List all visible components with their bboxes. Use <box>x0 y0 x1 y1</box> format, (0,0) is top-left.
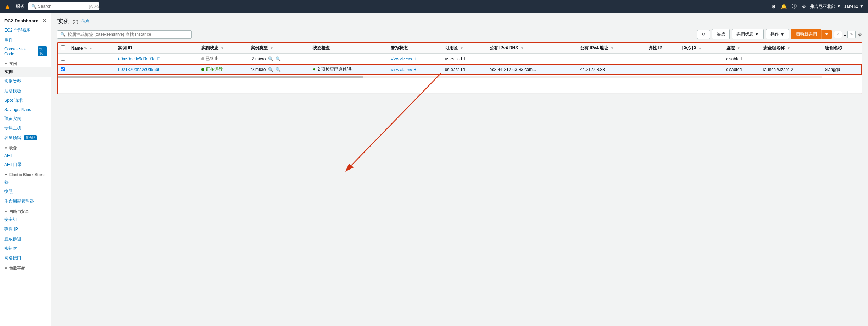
page-count: (2) <box>73 19 78 24</box>
row2-magnify-icon[interactable]: 🔍 <box>268 67 273 72</box>
row1-checkbox[interactable] <box>61 56 65 61</box>
sidebar-item-ami-catalog[interactable]: AMI 目录 <box>0 160 51 170</box>
sidebar-item-network-interfaces[interactable]: 网络接口 <box>0 253 51 263</box>
refresh-button[interactable]: ↻ <box>697 30 710 39</box>
table-settings-icon[interactable]: ⚙ <box>858 32 862 37</box>
th-monitoring-sort-icon[interactable]: ▼ <box>737 46 740 50</box>
row2-instance-id[interactable]: i-021370bba2c0d56b6 <box>115 64 199 75</box>
instance-state-dropdown-icon: ▼ <box>755 32 759 37</box>
th-instance-id[interactable]: 实例 ID <box>115 43 199 54</box>
row2-alarm-plus-icon[interactable]: + <box>414 67 416 72</box>
instance-state-button[interactable]: 实例状态 ▼ <box>732 29 764 39</box>
settings-icon[interactable]: ⚙ <box>802 4 806 9</box>
sidebar-item-events[interactable]: 事件 <box>0 35 51 45</box>
page-prev-button[interactable]: < <box>834 31 842 38</box>
th-security-group-sort-icon[interactable]: ▼ <box>787 46 790 50</box>
sidebar-section-images[interactable]: ▼ 映像 <box>0 143 51 151</box>
sidebar-item-savings-plans[interactable]: Savings Plans <box>0 105 51 114</box>
pagination: < 1 > <box>834 31 856 38</box>
page-next-button[interactable]: > <box>847 31 856 38</box>
th-type[interactable]: 实例类型 ▼ <box>248 43 310 54</box>
sidebar-item-launch-templates[interactable]: 启动模板 <box>0 86 51 96</box>
row1-alarm-plus-icon[interactable]: + <box>414 56 416 61</box>
th-name[interactable]: Name ✎ ▼ <box>68 43 115 54</box>
th-az[interactable]: 可用区 ▼ <box>442 43 487 54</box>
row1-instance-id[interactable]: i-0a60ac9c9d0e09ad0 <box>115 54 199 64</box>
sidebar-item-capacity[interactable]: 容量预留 新功能 <box>0 133 51 143</box>
th-ipv4-dns[interactable]: 公有 IPv4 DNS ▼ <box>487 43 577 54</box>
th-name-sort-icon[interactable]: ▼ <box>89 46 93 50</box>
th-ipv4-addr[interactable]: 公有 IPv4 地址 ▼ <box>577 43 646 54</box>
launch-dropdown-button[interactable]: ▼ <box>821 30 832 39</box>
launch-button[interactable]: 启动新实例 <box>791 29 821 39</box>
sidebar-item-reserved[interactable]: 预留实例 <box>0 114 51 123</box>
row2-magnify2-icon[interactable]: 🔍 <box>276 67 281 72</box>
sidebar-section-instances[interactable]: ▼ 实例 <box>0 58 51 67</box>
actions-button[interactable]: 操作 ▼ <box>766 29 789 39</box>
th-ipv6[interactable]: IPv6 IP ▼ <box>679 43 723 54</box>
sidebar-section-network[interactable]: ▼ 网络与安全 <box>0 206 51 215</box>
services-menu[interactable]: 服务 <box>16 3 25 10</box>
row1-alarm[interactable]: View alarms + <box>388 54 442 64</box>
help-icon[interactable]: ⓘ <box>792 3 797 10</box>
sidebar-item-placement-groups[interactable]: 置放群组 <box>0 234 51 244</box>
sidebar-item-keypairs[interactable]: 密钥对 <box>0 244 51 253</box>
th-elastic-ip[interactable]: 弹性 IP <box>646 43 679 54</box>
table-row[interactable]: i-021370bba2c0d56b6 正在运行 t2.micro 🔍 🔍 <box>58 64 862 75</box>
th-az-sort-icon[interactable]: ▼ <box>460 46 463 50</box>
scrollbar-thumb[interactable] <box>58 76 363 78</box>
th-alarm[interactable]: 警报状态 <box>388 43 442 54</box>
row1-magnify2-icon[interactable]: 🔍 <box>276 56 281 61</box>
row2-checkbox[interactable] <box>61 67 65 71</box>
apps-icon[interactable]: ⊕ <box>772 4 776 9</box>
th-type-sort-icon[interactable]: ▼ <box>270 46 273 50</box>
sidebar-item-ami[interactable]: AMI <box>0 151 51 160</box>
th-status-check[interactable]: 状态检查 <box>310 43 388 54</box>
th-status-sort-icon[interactable]: ▼ <box>221 46 224 50</box>
sidebar-item-lifecycle[interactable]: 生命周期管理器 <box>0 197 51 206</box>
main-content: 实例 (2) 信息 🔍 ↻ 连接 实例状态 ▼ <box>51 13 868 326</box>
region-selector[interactable]: 弗吉尼亚北部 ▼ <box>810 4 841 10</box>
info-link[interactable]: 信息 <box>81 18 90 24</box>
user-menu[interactable]: zane62 ▼ <box>844 4 864 9</box>
sidebar-section-lb[interactable]: ▼ 负载平衡 <box>0 263 51 272</box>
global-search-bar[interactable]: 🔍 [Alt+S] <box>28 2 99 10</box>
sidebar-item-security-groups[interactable]: 安全组 <box>0 215 51 225</box>
sidebar-item-global-view[interactable]: EC2 全球视图 <box>0 26 51 35</box>
sidebar-item-snapshots[interactable]: 快照 <box>0 187 51 197</box>
sidebar-item-instance-types[interactable]: 实例类型 <box>0 77 51 86</box>
connect-button[interactable]: 连接 <box>712 29 730 39</box>
global-search-input[interactable] <box>38 4 88 9</box>
sidebar-item-dedicated[interactable]: 专属主机 <box>0 123 51 133</box>
th-security-group[interactable]: 安全组名称 ▼ <box>761 43 822 54</box>
bell-icon[interactable]: 🔔 <box>781 4 787 9</box>
row2-alarm[interactable]: View alarms + <box>388 64 442 75</box>
row1-magnify-icon[interactable]: 🔍 <box>268 56 273 61</box>
th-ipv4-dns-sort-icon[interactable]: ▼ <box>521 46 524 50</box>
sidebar-item-instances[interactable]: 实例 <box>0 67 51 77</box>
sidebar-title[interactable]: EC2 Dashboard ✕ <box>0 16 51 26</box>
row1-instance-id-link[interactable]: i-0a60ac9c9d0e09ad0 <box>118 56 160 61</box>
th-monitoring[interactable]: 监控 ▼ <box>723 43 761 54</box>
th-ipv6-sort-icon[interactable]: ▼ <box>698 46 702 50</box>
sidebar-item-elastic-ip-label: 弹性 IP <box>4 226 18 232</box>
th-key-name[interactable]: 密钥名称 <box>822 43 862 54</box>
th-ipv4-addr-sort-icon[interactable]: ▼ <box>611 46 614 50</box>
sidebar-close-button[interactable]: ✕ <box>43 18 47 23</box>
row1-view-alarms-link[interactable]: View alarms <box>391 57 412 61</box>
select-all-checkbox[interactable] <box>61 45 65 50</box>
row2-checkbox-cell <box>58 64 68 75</box>
horizontal-scrollbar[interactable] <box>58 76 822 78</box>
row2-security-group: launch-wizard-2 <box>761 64 822 75</box>
instance-search-input[interactable] <box>68 32 189 37</box>
instance-search-bar[interactable]: 🔍 <box>57 30 192 39</box>
sidebar-item-spot[interactable]: Spot 请求 <box>0 96 51 105</box>
sidebar-item-elastic-ip[interactable]: 弹性 IP <box>0 225 51 234</box>
row2-view-alarms-link[interactable]: View alarms <box>391 67 412 72</box>
row2-instance-id-link[interactable]: i-021370bba2c0d56b6 <box>118 67 160 72</box>
th-status[interactable]: 实例状态 ▼ <box>199 43 248 54</box>
sidebar-item-volumes[interactable]: 卷 <box>0 177 51 187</box>
sidebar-item-console-to-code[interactable]: Console-to-Code 预览 <box>0 45 51 58</box>
table-row[interactable]: – i-0a60ac9c9d0e09ad0 已终止 t2.micro <box>58 54 862 64</box>
sidebar-section-ebs[interactable]: ▼ Elastic Block Store <box>0 170 51 177</box>
